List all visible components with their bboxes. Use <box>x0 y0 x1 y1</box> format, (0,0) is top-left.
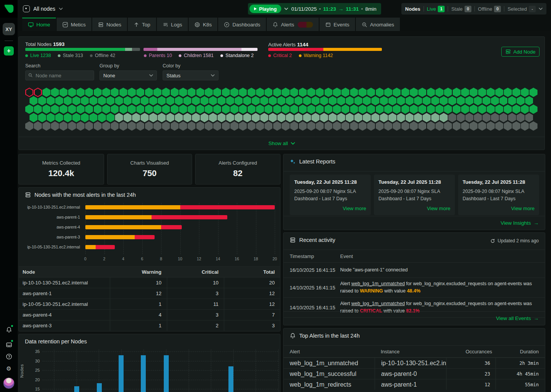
node-hexagon[interactable] <box>47 113 55 122</box>
node-hexagon[interactable] <box>51 105 59 114</box>
node-hexagon[interactable] <box>495 105 503 114</box>
node-hexagon[interactable] <box>209 113 217 122</box>
node-hexagon[interactable] <box>299 105 307 114</box>
tab-events[interactable]: Events <box>320 18 355 31</box>
space-switcher[interactable]: XY <box>3 23 15 35</box>
node-hexagon[interactable] <box>333 121 341 131</box>
node-hexagon[interactable] <box>529 121 537 131</box>
node-hexagon[interactable] <box>453 105 461 114</box>
node-hexagon[interactable] <box>427 88 435 97</box>
node-hexagon[interactable] <box>260 96 268 105</box>
node-hexagon[interactable] <box>461 88 469 97</box>
node-hexagon[interactable] <box>119 88 127 97</box>
node-hexagon[interactable] <box>226 113 234 122</box>
node-hexagon[interactable] <box>401 105 409 114</box>
node-hexagon[interactable] <box>341 105 349 114</box>
node-hexagon[interactable] <box>431 113 439 122</box>
report-card[interactable]: Tuesday, 22 Jul 2025 11:282025-09-20 08:… <box>290 175 371 215</box>
tab-top[interactable]: Top <box>128 18 156 31</box>
node-hexagon[interactable] <box>25 105 33 114</box>
node-hexagon[interactable] <box>106 96 114 105</box>
node-hexagon[interactable] <box>140 113 148 122</box>
node-hexagon[interactable] <box>213 105 221 114</box>
node-hexagon[interactable] <box>94 105 102 114</box>
node-hexagon[interactable] <box>260 113 268 122</box>
node-hexagon[interactable] <box>222 121 230 131</box>
node-hexagon[interactable] <box>418 121 426 131</box>
node-hexagon[interactable] <box>384 105 392 114</box>
node-hexagon[interactable] <box>444 121 452 131</box>
node-hexagon[interactable] <box>465 96 473 105</box>
node-hexagon[interactable] <box>111 121 119 131</box>
notifications-bell-icon[interactable] <box>0 324 18 336</box>
node-hexagon[interactable] <box>187 105 196 114</box>
node-hexagon[interactable] <box>34 121 42 131</box>
node-hexagon[interactable] <box>94 121 102 131</box>
node-hexagon[interactable] <box>256 88 264 97</box>
node-hexagon[interactable] <box>128 88 136 97</box>
node-hexagon[interactable] <box>187 88 196 97</box>
node-hexagon[interactable] <box>508 96 516 105</box>
node-hexagon[interactable] <box>294 113 302 122</box>
node-hexagon[interactable] <box>307 121 315 131</box>
node-hexagon[interactable] <box>239 121 247 131</box>
node-hexagon[interactable] <box>230 88 238 97</box>
node-hexagon[interactable] <box>205 88 213 97</box>
node-hexagon[interactable] <box>453 121 461 131</box>
node-hexagon[interactable] <box>478 121 486 131</box>
node-hexagon[interactable] <box>290 105 298 114</box>
top-alert-row[interactable]: web_log_1m_successfulaws-parent-0234h 45… <box>284 368 545 379</box>
node-hexagon[interactable] <box>380 113 388 122</box>
node-hexagon[interactable] <box>98 96 106 105</box>
node-hexagon[interactable] <box>320 113 328 122</box>
color-by-select[interactable]: Status <box>163 70 218 80</box>
node-hexagon[interactable] <box>149 96 157 105</box>
node-hexagon[interactable] <box>81 113 89 122</box>
node-hexagon[interactable] <box>444 105 452 114</box>
node-hexagon[interactable] <box>77 121 85 131</box>
node-hexagon[interactable] <box>337 113 345 122</box>
node-hexagon[interactable] <box>329 96 337 105</box>
table-row[interactable]: aws-parent-3123 <box>19 320 280 331</box>
node-hexagon[interactable] <box>435 121 443 131</box>
node-hexagon[interactable] <box>487 88 495 97</box>
node-hexagon[interactable] <box>512 105 520 114</box>
node-hexagon[interactable] <box>205 121 213 131</box>
node-hexagon[interactable] <box>380 96 388 105</box>
node-hexagon[interactable] <box>55 96 63 105</box>
node-hexagon[interactable] <box>431 96 439 105</box>
node-hexagon[interactable] <box>269 113 277 122</box>
node-hexagon[interactable] <box>461 105 469 114</box>
node-hexagon[interactable] <box>529 105 537 114</box>
node-hexagon[interactable] <box>406 96 414 105</box>
node-hexagon[interactable] <box>521 88 529 97</box>
table-row[interactable]: aws-parent-4437 <box>19 309 280 320</box>
view-insights-link[interactable]: View Insights → <box>500 220 539 226</box>
node-hexagon[interactable] <box>153 88 161 97</box>
node-hexagon[interactable] <box>393 121 401 131</box>
node-hexagon[interactable] <box>175 113 183 122</box>
node-hexagon[interactable] <box>264 105 272 114</box>
node-hexagon[interactable] <box>457 113 465 122</box>
node-hexagon[interactable] <box>525 96 533 105</box>
group-by-select[interactable]: None <box>99 70 157 80</box>
node-hexagon[interactable] <box>264 88 272 97</box>
node-hexagon[interactable] <box>435 88 443 97</box>
node-hexagon[interactable] <box>469 121 478 131</box>
node-hexagon[interactable] <box>307 88 315 97</box>
tab-nodes[interactable]: Nodes <box>92 18 127 31</box>
node-hexagon[interactable] <box>435 105 443 114</box>
node-hexagon[interactable] <box>499 96 507 105</box>
node-hexagon[interactable] <box>136 88 144 97</box>
node-hexagon[interactable] <box>201 113 209 122</box>
node-hexagon[interactable] <box>324 88 333 97</box>
top-alert-row[interactable]: web_log_1m_redirectsaws-parent-11255min <box>284 379 545 390</box>
node-hexagon[interactable] <box>42 121 51 131</box>
node-hexagon[interactable] <box>504 121 512 131</box>
node-hexagon[interactable] <box>359 88 367 97</box>
node-hexagon[interactable] <box>230 121 238 131</box>
node-hexagon[interactable] <box>453 88 461 97</box>
tab-anomalies[interactable]: Anomalies <box>356 18 400 31</box>
table-row[interactable]: ip-10-10-130-251.ec2.internal101020 <box>19 277 280 288</box>
node-hexagon[interactable] <box>282 88 290 97</box>
